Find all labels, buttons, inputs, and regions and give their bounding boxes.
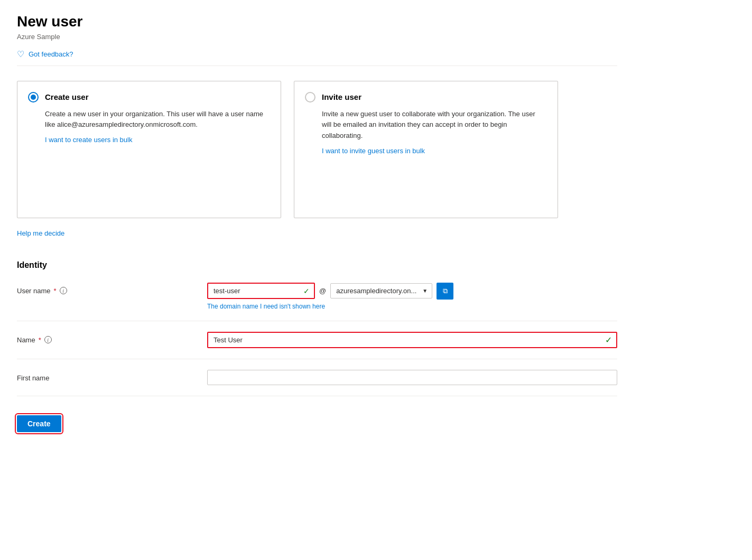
identity-section-title: Identity (17, 260, 617, 270)
copy-icon: ⧉ (443, 287, 448, 295)
name-field-area: ✓ (207, 332, 617, 348)
username-inner: ✓ (208, 284, 314, 298)
username-form-row: User name * i ✓ @ azuresampledirectory.o… (17, 283, 617, 321)
firstname-label-text: First name (17, 374, 49, 382)
invite-bulk-link[interactable]: I want to invite guest users in bulk (322, 147, 545, 155)
username-input-wrap: ✓ (207, 283, 315, 299)
name-input[interactable] (208, 333, 605, 347)
create-card-header: Create user (28, 92, 268, 102)
feedback-link[interactable]: ♡ Got feedback? (17, 49, 617, 59)
help-decide-link[interactable]: Help me decide (17, 229, 64, 237)
create-user-description: Create a new user in your organization. … (45, 109, 268, 131)
domain-select-wrap: azuresampledirectory.on... ▼ (330, 283, 432, 298)
name-label-text: Name (17, 336, 35, 344)
copy-button[interactable]: ⧉ (437, 283, 453, 300)
domain-help-link[interactable]: The domain name I need isn't shown here (207, 303, 617, 310)
name-info-icon[interactable]: i (44, 336, 52, 343)
username-field-area: ✓ @ azuresampledirectory.on... ▼ ⧉ The d… (207, 283, 617, 310)
at-sign: @ (319, 287, 326, 295)
create-button[interactable]: Create (17, 415, 61, 432)
username-label-text: User name (17, 287, 51, 295)
domain-select[interactable]: azuresampledirectory.on... (331, 284, 432, 298)
create-bulk-link[interactable]: I want to create users in bulk (45, 136, 268, 144)
username-input-row: ✓ @ azuresampledirectory.on... ▼ ⧉ (207, 283, 617, 300)
invite-user-card[interactable]: Invite user Invite a new guest user to c… (294, 81, 558, 218)
option-cards-row: Create user Create a new user in your or… (17, 81, 617, 218)
firstname-field-area (207, 370, 617, 385)
page-subtitle: Azure Sample (17, 33, 617, 41)
username-info-icon[interactable]: i (60, 287, 67, 294)
feedback-label: Got feedback? (29, 50, 73, 58)
header-divider (17, 66, 617, 66)
page-title: New user (17, 13, 617, 31)
create-user-title: Create user (45, 92, 89, 101)
username-check-icon: ✓ (303, 287, 310, 295)
username-input[interactable] (208, 284, 314, 298)
invite-user-radio[interactable] (305, 92, 315, 102)
username-label: User name * i (17, 283, 207, 295)
name-check-icon: ✓ (605, 335, 612, 345)
create-user-card[interactable]: Create user Create a new user in your or… (17, 81, 281, 218)
firstname-form-row: First name (17, 370, 617, 396)
name-required-star: * (39, 336, 41, 344)
invite-user-title: Invite user (322, 92, 361, 101)
name-input-wrap: ✓ (207, 332, 617, 348)
create-user-radio[interactable] (28, 92, 39, 102)
heart-icon: ♡ (17, 49, 24, 59)
invite-user-description: Invite a new guest user to collaborate w… (322, 109, 545, 142)
name-form-row: Name * i ✓ (17, 332, 617, 359)
firstname-input[interactable] (207, 370, 617, 385)
invite-card-header: Invite user (305, 92, 545, 102)
firstname-label: First name (17, 370, 207, 382)
username-required-star: * (54, 287, 57, 295)
name-label: Name * i (17, 332, 207, 344)
bottom-bar: Create (17, 407, 617, 432)
